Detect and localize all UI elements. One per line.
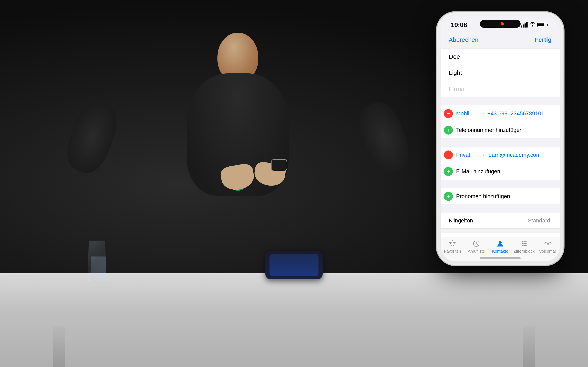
voicemail-icon <box>543 240 553 248</box>
signal-bar-1 <box>521 25 522 27</box>
tone-inner-gap <box>441 229 560 233</box>
person-figure <box>31 16 445 290</box>
tab-favoriten[interactable]: Favoriten <box>441 240 465 254</box>
home-indicator <box>480 257 521 259</box>
section-gap-1 <box>441 97 560 105</box>
signal-bar-3 <box>525 24 526 27</box>
arm-left <box>61 97 123 178</box>
person-icon <box>495 240 506 248</box>
first-name-field[interactable]: Dee <box>441 49 560 65</box>
svg-point-19 <box>525 245 527 246</box>
status-time: 19:08 <box>451 21 467 29</box>
phone-type-label[interactable]: Mobil <box>456 110 483 117</box>
tab-voicemail-label: Voicemail <box>539 249 557 254</box>
phone-field-row[interactable]: − Mobil › +43 699123456789101 <box>441 105 560 122</box>
table-leg-left <box>53 326 65 367</box>
minus-icon: − <box>447 111 450 117</box>
email-fields-section: − Privat › learn@mcademy.com + E-Mail hi… <box>441 147 560 180</box>
recording-indicator <box>501 22 504 25</box>
ringtone-row[interactable]: Klingelton Standard › <box>441 213 560 229</box>
tab-anrufliste-label: Anrufliste <box>468 249 485 254</box>
signal-bars-icon <box>521 22 527 27</box>
add-pronoun-button[interactable]: + <box>444 192 453 201</box>
contact-edit-content[interactable]: Abbrechen Fertig Dee Light Firma <box>441 32 560 237</box>
watch <box>271 159 287 171</box>
iphone-frame: 19:08 <box>437 12 563 265</box>
plus-icon-email: + <box>447 169 450 174</box>
last-name-field[interactable]: Light <box>441 65 560 81</box>
table-leg-right <box>523 326 535 367</box>
arm-right <box>352 97 415 178</box>
add-email-label[interactable]: E-Mail hinzufügen <box>456 168 500 175</box>
section-gap-3 <box>441 180 560 188</box>
signal-bar-4 <box>526 22 527 27</box>
tab-voicemail[interactable]: Voicemail <box>536 240 560 254</box>
status-icons <box>521 22 548 28</box>
svg-point-13 <box>525 241 527 242</box>
company-field[interactable]: Firma <box>441 81 560 97</box>
section-gap-4 <box>441 205 560 213</box>
tab-kontakte-label: Kontakte <box>492 249 508 254</box>
svg-point-18 <box>523 245 525 246</box>
tab-kontakte[interactable]: Kontakte <box>488 240 512 254</box>
ringtone-chevron-icon: › <box>552 218 554 224</box>
battery-icon <box>537 23 548 27</box>
clock-icon <box>471 240 482 248</box>
section-gap-2 <box>441 138 560 147</box>
signal-bar-2 <box>523 25 524 27</box>
keypad-icon <box>519 240 529 248</box>
tab-ziffernblock-label: Ziffernblock <box>513 249 535 254</box>
svg-point-12 <box>523 241 525 242</box>
remove-email-button[interactable]: − <box>444 150 453 159</box>
pronoun-section: + Pronomen hinzufügen <box>441 188 560 205</box>
add-phone-button[interactable]: + <box>444 125 453 134</box>
tab-ziffernblock[interactable]: Ziffernblock <box>512 240 536 254</box>
phone-screen <box>269 254 319 276</box>
add-pronoun-row[interactable]: + Pronomen hinzufügen <box>441 188 560 205</box>
add-email-row[interactable]: + E-Mail hinzufügen <box>441 163 560 180</box>
tab-favoriten-label: Favoriten <box>444 249 461 254</box>
done-button[interactable]: Fertig <box>535 36 552 43</box>
svg-point-10 <box>499 241 502 244</box>
remove-phone-button[interactable]: − <box>444 109 453 118</box>
plus-icon-pronoun: + <box>447 193 450 199</box>
add-pronoun-label[interactable]: Pronomen hinzufügen <box>456 193 510 200</box>
svg-point-16 <box>525 243 527 244</box>
wifi-icon <box>530 22 535 28</box>
dynamic-island <box>480 20 521 28</box>
email-label-group: Privat › learn@mcademy.com <box>456 152 554 158</box>
email-value[interactable]: learn@mcademy.com <box>487 152 554 158</box>
iphone-screen: 19:08 <box>441 16 560 261</box>
star-icon <box>447 240 458 248</box>
phone-on-table <box>265 251 323 279</box>
svg-point-20 <box>545 242 548 245</box>
svg-point-21 <box>548 242 551 245</box>
add-phone-label[interactable]: Telefonnummer hinzufügen <box>456 127 523 133</box>
plus-icon: + <box>447 127 450 133</box>
email-field-row[interactable]: − Privat › learn@mcademy.com <box>441 147 560 163</box>
svg-point-15 <box>523 243 525 244</box>
add-phone-row[interactable]: + Telefonnummer hinzufügen <box>441 122 560 138</box>
phone-chevron-icon: › <box>483 111 484 116</box>
svg-point-14 <box>522 243 523 244</box>
minus-icon-email: − <box>447 152 450 158</box>
svg-point-11 <box>522 241 523 242</box>
tone-section: Klingelton Standard › Nachrichtenton Sta… <box>441 213 560 237</box>
phone-label-group: Mobil › +43 699123456789101 <box>456 110 554 117</box>
email-chevron-icon: › <box>483 152 484 158</box>
svg-point-17 <box>522 245 523 246</box>
ringtone-value: Standard <box>528 217 550 224</box>
phone-fields-section: − Mobil › +43 699123456789101 + Telefonn… <box>441 105 560 138</box>
tab-anrufliste[interactable]: Anrufliste <box>465 240 488 254</box>
phone-value[interactable]: +43 699123456789101 <box>487 110 554 117</box>
top-navigation: Abbrechen Fertig <box>441 32 560 45</box>
email-type-label[interactable]: Privat <box>456 152 483 158</box>
message-tone-row[interactable]: Nachrichtenton Standard › <box>441 233 560 237</box>
ringtone-label: Klingelton <box>449 217 528 224</box>
cancel-button[interactable]: Abbrechen <box>449 36 478 43</box>
name-section: Dee Light Firma <box>441 49 560 97</box>
add-email-button[interactable]: + <box>444 167 453 176</box>
